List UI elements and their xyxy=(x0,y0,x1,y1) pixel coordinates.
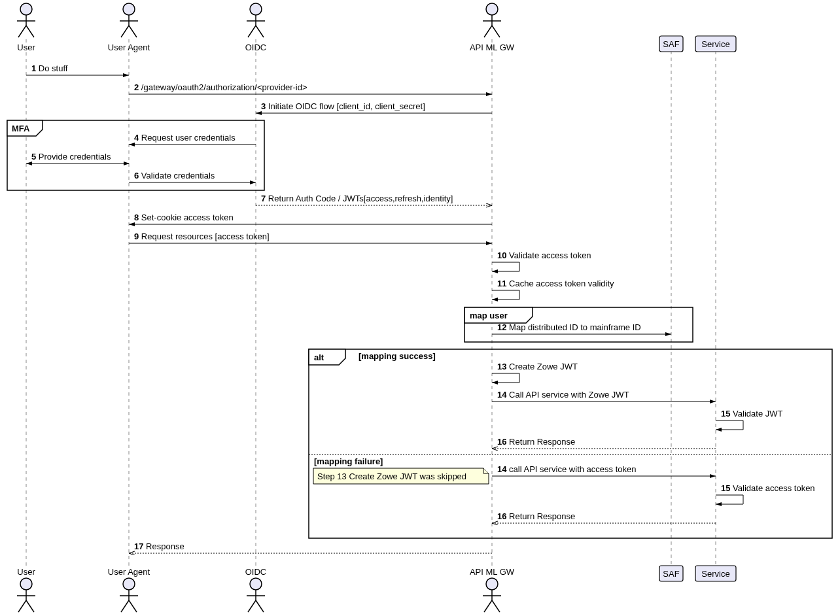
svg-point-10 xyxy=(250,3,262,15)
svg-text:User Agent: User Agent xyxy=(108,43,150,52)
svg-text:14 call API service with acces: 14 call API service with access token xyxy=(497,464,636,474)
svg-point-12 xyxy=(486,3,498,15)
svg-text:Service: Service xyxy=(701,39,729,49)
svg-text:4 Request user credentials: 4 Request user credentials xyxy=(134,133,236,143)
actor-oidc-bottom: OIDC xyxy=(245,567,267,612)
svg-text:15 Validate JWT: 15 Validate JWT xyxy=(721,409,782,419)
svg-text:15 Validate access token: 15 Validate access token xyxy=(721,483,815,493)
actor-api-ml-gw-bottom: API ML GW xyxy=(470,567,515,612)
svg-text:User Agent: User Agent xyxy=(108,567,150,577)
svg-point-61 xyxy=(123,578,135,590)
actor-user-agent-bottom: User Agent xyxy=(108,567,150,612)
svg-text:5 Provide credentials: 5 Provide credentials xyxy=(31,152,111,162)
svg-point-65 xyxy=(486,578,498,590)
svg-text:11 Cache access token validity: 11 Cache access token validity xyxy=(497,279,614,288)
svg-text:SAF: SAF xyxy=(663,39,679,49)
svg-text:SAF: SAF xyxy=(663,569,679,579)
note-step13-skipped: Step 13 Create Zowe JWT was skipped xyxy=(313,468,489,484)
svg-text:17 Response: 17 Response xyxy=(134,541,184,551)
participant-service: Service xyxy=(695,36,736,52)
svg-text:13 Create Zowe JWT: 13 Create Zowe JWT xyxy=(497,362,578,371)
svg-text:API ML GW: API ML GW xyxy=(470,567,515,577)
svg-text:API ML GW: API ML GW xyxy=(470,43,515,52)
alt-cond-failure: [mapping failure] xyxy=(314,456,383,466)
actor-user-agent: User Agent xyxy=(108,3,150,52)
svg-text:3 Initiate OIDC flow [client_i: 3 Initiate OIDC flow [client_id, client_… xyxy=(261,101,425,111)
svg-point-63 xyxy=(250,578,262,590)
svg-text:User: User xyxy=(17,43,35,52)
svg-text:10 Validate access token: 10 Validate access token xyxy=(497,250,591,260)
svg-text:OIDC: OIDC xyxy=(245,567,267,577)
svg-text:12 Map distributed ID to mainf: 12 Map distributed ID to mainframe ID xyxy=(497,322,641,332)
svg-text:8 Set-cookie access token: 8 Set-cookie access token xyxy=(134,213,234,222)
svg-text:16 Return Response: 16 Return Response xyxy=(497,437,575,447)
sequence-diagram: User User Agent OIDC API ML GW SAF Servi… xyxy=(0,0,840,616)
svg-text:Step 13 Create Zowe JWT was sk: Step 13 Create Zowe JWT was skipped xyxy=(317,471,466,481)
participant-saf-bottom: SAF xyxy=(659,566,683,581)
frame-label-alt: alt xyxy=(314,352,324,362)
svg-text:16 Return Response: 16 Return Response xyxy=(497,511,575,521)
participant-service-bottom: Service xyxy=(695,566,736,581)
svg-point-6 xyxy=(20,3,32,15)
svg-text:2 /gateway/oauth2/authorizatio: 2 /gateway/oauth2/authorization/<provide… xyxy=(134,82,307,92)
participant-saf: SAF xyxy=(659,36,683,52)
frame-label-map-user: map user xyxy=(470,311,508,320)
actor-user: User xyxy=(17,3,35,52)
svg-text:OIDC: OIDC xyxy=(245,43,267,52)
svg-text:7 Return Auth Code / JWTs[acce: 7 Return Auth Code / JWTs[access,refresh… xyxy=(261,194,453,203)
svg-text:1 Do stuff: 1 Do stuff xyxy=(31,63,68,73)
svg-point-59 xyxy=(20,578,32,590)
svg-point-8 xyxy=(123,3,135,15)
svg-text:User: User xyxy=(17,567,35,577)
svg-text:14 Call API service with Zowe : 14 Call API service with Zowe JWT xyxy=(497,390,629,400)
svg-text:6 Validate credentials: 6 Validate credentials xyxy=(134,171,215,180)
svg-text:Service: Service xyxy=(701,569,729,579)
alt-cond-success: [mapping success] xyxy=(359,351,436,361)
actor-api-ml-gw: API ML GW xyxy=(470,3,515,52)
svg-text:9 Request resources [access to: 9 Request resources [access token] xyxy=(134,231,270,241)
frame-label-mfa: MFA xyxy=(12,124,30,133)
actor-oidc: OIDC xyxy=(245,3,267,52)
actor-user-bottom: User xyxy=(17,567,35,612)
